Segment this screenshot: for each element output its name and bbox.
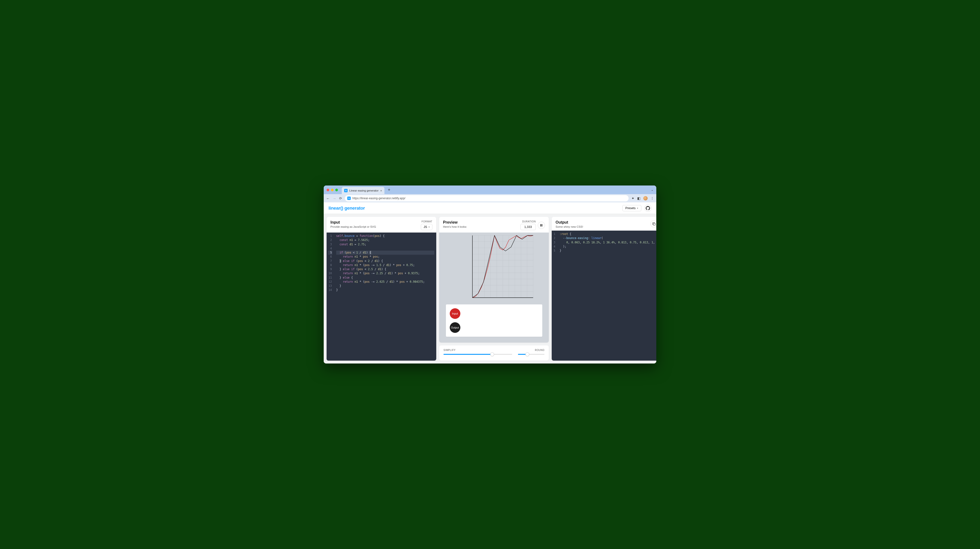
window-traffic-lights (326, 188, 338, 191)
preview-header: Preview Here's how it looks: DURATION 1,… (439, 217, 549, 233)
extensions-icon[interactable]: ✦ (632, 196, 634, 200)
output-ball: Output (450, 322, 460, 333)
round-label: ROUND (518, 349, 544, 351)
input-pane: Input Provide easing as JavaScript or SV… (326, 217, 436, 361)
github-icon (646, 206, 650, 210)
app-header: linear() generator Presets ▾ (324, 203, 656, 214)
browser-titlebar: ⧉ Linear easing generator × + ⌄ (324, 185, 656, 194)
new-tab-button[interactable]: + (387, 187, 392, 193)
output-subtitle: Some shiny new CSS! (555, 225, 583, 228)
input-code[interactable]: self.bounce = function(pos) { const n1 =… (334, 233, 436, 361)
pause-icon (540, 224, 543, 227)
presets-dropdown[interactable]: Presets ▾ (622, 205, 641, 211)
svg-rect-27 (654, 223, 655, 225)
browser-tab[interactable]: ⧉ Linear easing generator × (342, 187, 385, 194)
preview-column: Preview Here's how it looks: DURATION 1,… (439, 217, 549, 361)
slider-row: SIMPLIFY ROUND (439, 345, 549, 361)
app-title: linear() generator (329, 206, 365, 211)
profile-avatar-icon[interactable] (643, 196, 648, 200)
tab-title: Linear easing generator (349, 189, 379, 192)
toolbar-actions: ✦ ◧ ⋮ (632, 196, 654, 200)
copy-button[interactable] (650, 220, 656, 227)
nav-back-icon[interactable]: ← (326, 196, 330, 200)
input-gutter: 1234567891011121314 (326, 233, 334, 361)
input-header: Input Provide easing as JavaScript or SV… (326, 217, 436, 233)
close-window-icon[interactable] (326, 188, 329, 191)
preview-subtitle: Here's how it looks: (443, 225, 467, 228)
output-title: Output (555, 220, 583, 225)
svg-rect-0 (540, 224, 541, 227)
output-gutter: 12345 (552, 231, 558, 361)
maximize-window-icon[interactable] (335, 188, 338, 191)
input-title: Input (331, 220, 376, 225)
chevron-down-icon: ▾ (428, 226, 430, 228)
preview-body: Input Output (439, 233, 549, 343)
tab-close-icon[interactable]: × (380, 189, 382, 193)
github-link[interactable] (644, 204, 651, 212)
simplify-label: SIMPLIFY (444, 349, 512, 351)
input-subtitle: Provide easing as JavaScript or SVG (331, 225, 376, 228)
format-select[interactable]: JS ▾ (421, 224, 433, 230)
presets-label: Presets (625, 206, 636, 210)
browser-window: ⧉ Linear easing generator × + ⌄ ← → ⟳ ⧉ … (324, 185, 656, 364)
round-thumb[interactable] (526, 353, 529, 356)
tab-favicon-icon: ⧉ (344, 189, 348, 192)
simplify-slider[interactable] (444, 354, 512, 355)
output-code-editor[interactable]: 12345 :root { --bounce-easing: linear( 0… (552, 231, 656, 361)
format-value: JS (423, 225, 427, 229)
minimize-window-icon[interactable] (331, 188, 334, 191)
main-grid: Input Provide easing as JavaScript or SV… (324, 214, 656, 364)
tabs-overflow-icon[interactable]: ⌄ (651, 188, 654, 192)
preview-title: Preview (443, 220, 467, 225)
output-pane: Output Some shiny new CSS! 12345 :root {… (552, 217, 656, 361)
simplify-slider-group: SIMPLIFY (444, 349, 512, 355)
browser-toolbar: ← → ⟳ ⧉ https://linear-easing-generator.… (324, 194, 656, 203)
play-pause-button[interactable] (538, 222, 545, 229)
svg-rect-1 (542, 224, 542, 227)
site-favicon-icon: ⧉ (347, 196, 351, 200)
nav-forward-icon: → (332, 196, 336, 200)
duration-input[interactable]: 1,333 (520, 224, 536, 230)
input-code-editor[interactable]: 1234567891011121314 self.bounce = functi… (326, 233, 436, 361)
copy-icon (652, 222, 655, 225)
kebab-menu-icon[interactable]: ⋮ (651, 196, 654, 200)
address-bar[interactable]: ⧉ https://linear-easing-generator.netlif… (345, 195, 628, 201)
easing-graph (453, 233, 535, 301)
output-header: Output Some shiny new CSS! (552, 217, 656, 231)
duration-label: DURATION (520, 220, 536, 223)
simplify-thumb[interactable] (490, 353, 494, 356)
panel-icon[interactable]: ◧ (637, 196, 640, 200)
input-ball-label: Input (452, 312, 458, 315)
round-slider-group: ROUND (518, 349, 544, 355)
input-ball: Input (450, 308, 460, 319)
output-ball-label: Output (451, 326, 459, 329)
chevron-down-icon: ▾ (637, 207, 638, 209)
round-slider[interactable] (518, 354, 544, 355)
address-url: https://linear-easing-generator.netlify.… (352, 196, 406, 200)
preview-pane: Preview Here's how it looks: DURATION 1,… (439, 217, 549, 343)
reload-icon[interactable]: ⟳ (339, 196, 342, 200)
animation-demo-card: Input Output (446, 305, 542, 337)
output-code[interactable]: :root { --bounce-easing: linear( 0, 0.06… (558, 231, 656, 361)
format-label: FORMAT (421, 220, 433, 223)
